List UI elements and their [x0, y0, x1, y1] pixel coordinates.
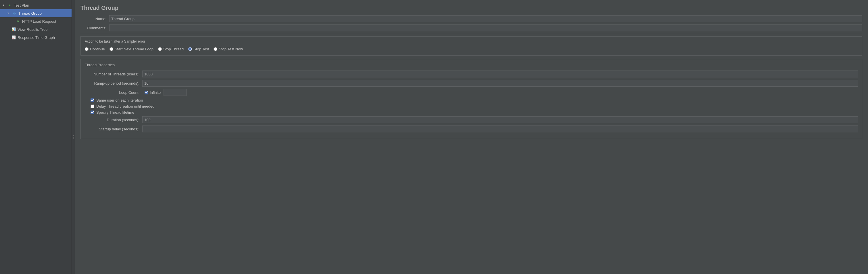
num-threads-label: Number of Threads (users):: [85, 72, 142, 76]
radio-item-continue: Continue: [85, 47, 105, 51]
name-row: Name:: [81, 15, 862, 22]
radio-start-next-loop[interactable]: [110, 47, 113, 51]
delay-thread-label[interactable]: Delay Thread creation until needed: [96, 104, 154, 109]
delay-thread-checkbox[interactable]: [91, 105, 94, 108]
http-icon: ✏: [16, 19, 21, 24]
same-user-checkbox[interactable]: [91, 99, 94, 102]
radio-stop-test[interactable]: [188, 47, 192, 51]
startup-delay-input[interactable]: [142, 126, 858, 132]
num-threads-row: Number of Threads (users):: [85, 71, 858, 77]
same-user-label[interactable]: Same user on each iteration: [96, 98, 143, 103]
radio-label-continue[interactable]: Continue: [90, 47, 105, 51]
sidebar-item-http-load-request[interactable]: ✏HTTP Load Request: [0, 17, 71, 25]
sidebar-item-label: Response Time Graph: [18, 35, 55, 40]
infinite-label[interactable]: Infinite: [150, 90, 161, 95]
radio-item-start-next-loop: Start Next Thread Loop: [110, 47, 153, 51]
ramp-up-row: Ramp-up period (seconds):: [85, 80, 858, 87]
radio-continue[interactable]: [85, 47, 89, 51]
sidebar: ▼▲Test Plan▼⚙Thread Group✏HTTP Load Requ…: [0, 0, 72, 274]
sidebar-item-label: View Results Tree: [18, 27, 48, 32]
resize-dot: [73, 135, 74, 136]
specify-lifetime-checkbox[interactable]: [91, 111, 94, 114]
divider: [81, 34, 862, 34]
radio-stop-test-now[interactable]: [214, 47, 217, 51]
startup-delay-label: Startup delay (seconds):: [85, 127, 142, 131]
threadgroup-icon: ⚙: [12, 11, 17, 16]
duration-row: Duration (seconds):: [85, 116, 858, 123]
radio-item-stop-test-now: Stop Test Now: [214, 47, 243, 51]
same-user-row: Same user on each iteration: [85, 98, 858, 103]
radio-item-stop-test: Stop Test: [188, 47, 209, 51]
delay-thread-row: Delay Thread creation until needed: [85, 104, 858, 109]
sidebar-item-response-time-graph[interactable]: 📈Response Time Graph: [0, 33, 71, 42]
radio-item-stop-thread: Stop Thread: [158, 47, 184, 51]
main-content: Thread Group Name: Comments: Action to b…: [75, 0, 868, 274]
ramp-up-label: Ramp-up period (seconds):: [85, 81, 142, 85]
infinite-checkbox[interactable]: [145, 91, 148, 94]
sampler-error-label: Action to be taken after a Sampler error: [85, 39, 858, 44]
startup-delay-row: Startup delay (seconds):: [85, 126, 858, 132]
sidebar-item-thread-group[interactable]: ▼⚙Thread Group: [0, 9, 71, 17]
radio-label-stop-test[interactable]: Stop Test: [193, 47, 209, 51]
loop-count-label: Loop Count:: [85, 90, 142, 95]
sidebar-item-test-plan[interactable]: ▼▲Test Plan: [0, 1, 71, 9]
radio-stop-thread[interactable]: [158, 47, 162, 51]
sidebar-item-view-results-tree[interactable]: 📊View Results Tree: [0, 25, 71, 33]
radio-label-stop-test-now[interactable]: Stop Test Now: [219, 47, 243, 51]
testplan-icon: ▲: [7, 3, 12, 8]
resize-dot: [73, 138, 74, 139]
chevron-icon: ▼: [7, 12, 11, 15]
thread-props-title: Thread Properties: [85, 63, 858, 67]
loop-count-row: Loop Count: Infinite: [85, 89, 858, 96]
thread-properties-section: Thread Properties Number of Threads (use…: [81, 59, 862, 139]
sidebar-item-label: Test Plan: [14, 3, 29, 7]
loop-count-input[interactable]: [163, 89, 187, 96]
duration-input[interactable]: [142, 116, 858, 123]
comments-input[interactable]: [109, 24, 862, 31]
graph-icon: 📈: [11, 35, 16, 40]
num-threads-input[interactable]: [142, 71, 858, 77]
comments-row: Comments:: [81, 24, 862, 31]
results-icon: 📊: [11, 27, 16, 32]
sidebar-item-label: HTTP Load Request: [22, 19, 56, 24]
specify-lifetime-row: Specify Thread lifetime: [85, 110, 858, 114]
page-title: Thread Group: [81, 5, 862, 11]
specify-lifetime-label[interactable]: Specify Thread lifetime: [96, 110, 134, 114]
comments-label: Comments:: [81, 26, 109, 30]
infinite-checkbox-group: Infinite: [145, 90, 161, 95]
chevron-icon: ▼: [2, 4, 6, 7]
radio-label-start-next-loop[interactable]: Start Next Thread Loop: [115, 47, 153, 51]
duration-label: Duration (seconds):: [85, 118, 142, 122]
name-input[interactable]: [109, 15, 862, 22]
resize-handle[interactable]: [72, 0, 75, 274]
sampler-error-section: Action to be taken after a Sampler error…: [81, 36, 862, 56]
radio-label-stop-thread[interactable]: Stop Thread: [163, 47, 184, 51]
sidebar-item-label: Thread Group: [19, 11, 42, 16]
radio-group: ContinueStart Next Thread LoopStop Threa…: [85, 46, 858, 52]
name-label: Name:: [81, 17, 109, 21]
ramp-up-input[interactable]: [142, 80, 858, 87]
resize-dot: [73, 137, 74, 138]
